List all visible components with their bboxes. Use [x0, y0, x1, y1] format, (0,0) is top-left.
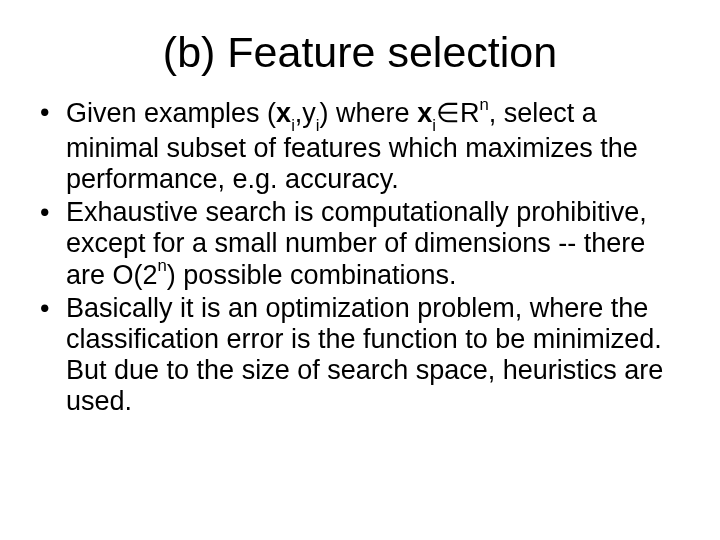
bullet-text: ,y	[295, 98, 316, 128]
bullet-item: Given examples (xi,yi) where xi∈Rn, sele…	[38, 97, 682, 195]
bullet-list: Given examples (xi,yi) where xi∈Rn, sele…	[38, 97, 682, 417]
bullet-text: ) where	[320, 98, 418, 128]
math-x: x	[417, 98, 432, 128]
bullet-text: ) possible combinations.	[167, 260, 457, 290]
slide: (b) Feature selection Given examples (xi…	[0, 0, 720, 540]
math-sub: i	[316, 116, 320, 135]
math-sub: i	[291, 116, 295, 135]
bullet-item: Exhaustive search is computationally pro…	[38, 197, 682, 291]
math-x: x	[276, 98, 291, 128]
bullet-text: ∈R	[436, 98, 480, 128]
bullet-item: Basically it is an optimization problem,…	[38, 293, 682, 417]
bullet-text: Given examples (	[66, 98, 276, 128]
math-sub: i	[432, 116, 436, 135]
math-sup: n	[479, 95, 488, 114]
math-sup: n	[158, 256, 167, 275]
bullet-text: Basically it is an optimization problem,…	[66, 293, 663, 416]
slide-title: (b) Feature selection	[38, 28, 682, 77]
